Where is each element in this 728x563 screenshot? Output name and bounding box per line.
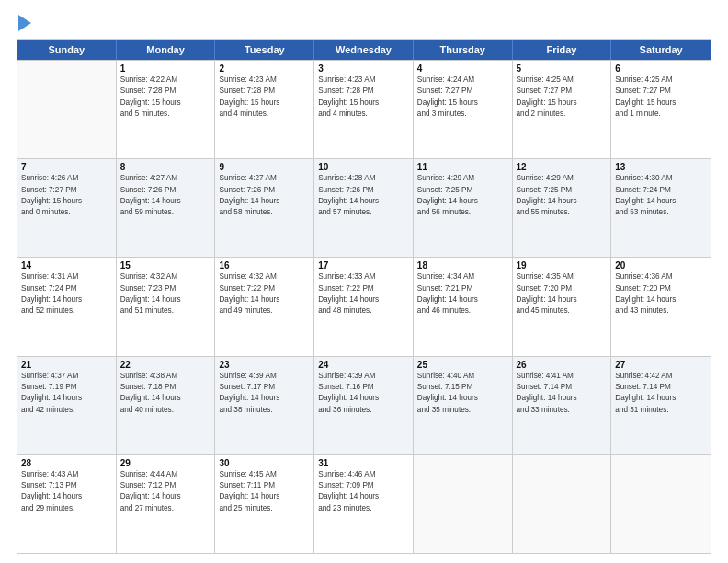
day-number: 28 [21, 458, 112, 468]
cell-info-line: Sunrise: 4:29 AM [517, 173, 608, 184]
cell-info-line: and 4 minutes. [219, 109, 310, 120]
cell-info-line: Sunrise: 4:32 AM [219, 271, 310, 282]
calendar-cell-7: 7Sunrise: 4:26 AMSunset: 7:27 PMDaylight… [17, 159, 117, 257]
calendar-cell-13: 13Sunrise: 4:30 AMSunset: 7:24 PMDayligh… [611, 159, 711, 257]
cell-info-line: and 46 minutes. [417, 305, 508, 316]
cell-info-line: Daylight: 14 hours [120, 393, 211, 404]
day-number: 14 [21, 260, 112, 270]
cell-info-line: Sunset: 7:19 PM [21, 382, 112, 393]
cell-info-line: Sunset: 7:18 PM [120, 382, 211, 393]
calendar-cell-22: 22Sunrise: 4:38 AMSunset: 7:18 PMDayligh… [117, 357, 216, 454]
cell-info-line: and 1 minute. [615, 109, 707, 120]
cell-info-line: Daylight: 14 hours [219, 196, 310, 207]
calendar-cell-1: 1Sunrise: 4:22 AMSunset: 7:28 PMDaylight… [117, 61, 216, 158]
calendar-cell-18: 18Sunrise: 4:34 AMSunset: 7:21 PMDayligh… [414, 258, 513, 355]
calendar-cell-empty-0-0 [17, 61, 117, 158]
cell-info-line: and 49 minutes. [219, 305, 310, 316]
cell-info-line: Sunrise: 4:42 AM [615, 371, 707, 382]
header-day-monday: Monday [117, 40, 216, 60]
day-number: 24 [318, 360, 409, 370]
cell-info-line: and 31 minutes. [615, 405, 707, 416]
cell-info-line: Daylight: 14 hours [615, 294, 707, 305]
calendar-row-1: 7Sunrise: 4:26 AMSunset: 7:27 PMDaylight… [17, 158, 711, 257]
cell-info-line: Daylight: 14 hours [21, 393, 112, 404]
calendar-cell-19: 19Sunrise: 4:35 AMSunset: 7:20 PMDayligh… [513, 258, 612, 355]
cell-info-line: and 38 minutes. [219, 405, 310, 416]
cell-info-line: Sunrise: 4:28 AM [318, 173, 409, 184]
calendar-cell-27: 27Sunrise: 4:42 AMSunset: 7:14 PMDayligh… [611, 357, 711, 454]
calendar-cell-24: 24Sunrise: 4:39 AMSunset: 7:16 PMDayligh… [314, 357, 414, 454]
cell-info-line: Sunset: 7:14 PM [615, 382, 707, 393]
cell-info-line: and 5 minutes. [120, 109, 211, 120]
cell-info-line: Sunset: 7:25 PM [417, 185, 508, 196]
cell-info-line: Daylight: 14 hours [120, 294, 211, 305]
day-number: 12 [517, 162, 608, 172]
calendar-cell-28: 28Sunrise: 4:43 AMSunset: 7:13 PMDayligh… [17, 455, 117, 553]
cell-info-line: Sunrise: 4:27 AM [219, 173, 310, 184]
cell-info-line: Sunrise: 4:27 AM [120, 173, 211, 184]
calendar: SundayMondayTuesdayWednesdayThursdayFrid… [17, 39, 711, 554]
calendar-cell-31: 31Sunrise: 4:46 AMSunset: 7:09 PMDayligh… [314, 455, 414, 553]
calendar-cell-5: 5Sunrise: 4:25 AMSunset: 7:27 PMDaylight… [513, 61, 612, 158]
cell-info-line: Sunrise: 4:39 AM [219, 371, 310, 382]
header-day-sunday: Sunday [17, 40, 117, 60]
cell-info-line: Daylight: 14 hours [318, 393, 409, 404]
day-number: 9 [219, 162, 310, 172]
header [17, 17, 711, 31]
cell-info-line: Daylight: 14 hours [219, 393, 310, 404]
cell-info-line: Daylight: 15 hours [417, 98, 508, 109]
calendar-row-4: 28Sunrise: 4:43 AMSunset: 7:13 PMDayligh… [17, 454, 711, 553]
cell-info-line: Daylight: 14 hours [318, 294, 409, 305]
calendar-row-3: 21Sunrise: 4:37 AMSunset: 7:19 PMDayligh… [17, 356, 711, 454]
cell-info-line: Daylight: 14 hours [417, 294, 508, 305]
day-number: 26 [517, 360, 608, 370]
cell-info-line: Daylight: 14 hours [318, 491, 409, 502]
cell-info-line: Sunset: 7:20 PM [615, 283, 707, 294]
logo [17, 17, 31, 31]
cell-info-line: Sunrise: 4:33 AM [318, 271, 409, 282]
calendar-cell-20: 20Sunrise: 4:36 AMSunset: 7:20 PMDayligh… [611, 258, 711, 355]
cell-info-line: Sunset: 7:24 PM [615, 185, 707, 196]
cell-info-line: Sunrise: 4:39 AM [318, 371, 409, 382]
day-number: 31 [318, 458, 409, 468]
cell-info-line: Sunset: 7:15 PM [417, 382, 508, 393]
cell-info-line: Daylight: 14 hours [21, 294, 112, 305]
cell-info-line: Sunrise: 4:41 AM [517, 371, 608, 382]
cell-info-line: Sunset: 7:17 PM [219, 382, 310, 393]
cell-info-line: and 58 minutes. [219, 207, 310, 218]
cell-info-line: and 53 minutes. [615, 207, 707, 218]
cell-info-line: Sunrise: 4:36 AM [615, 271, 707, 282]
header-day-thursday: Thursday [414, 40, 513, 60]
cell-info-line: Sunrise: 4:26 AM [21, 173, 112, 184]
cell-info-line: Sunset: 7:21 PM [417, 283, 508, 294]
calendar-cell-17: 17Sunrise: 4:33 AMSunset: 7:22 PMDayligh… [314, 258, 414, 355]
cell-info-line: Sunset: 7:11 PM [219, 480, 310, 491]
cell-info-line: Sunrise: 4:40 AM [417, 371, 508, 382]
cell-info-line: and 0 minutes. [21, 207, 112, 218]
day-number: 22 [120, 360, 211, 370]
day-number: 23 [219, 360, 310, 370]
cell-info-line: Daylight: 14 hours [517, 294, 608, 305]
day-number: 15 [120, 260, 211, 270]
day-number: 8 [120, 162, 211, 172]
cell-info-line: and 59 minutes. [120, 207, 211, 218]
cell-info-line: Daylight: 14 hours [517, 393, 608, 404]
day-number: 2 [219, 63, 310, 74]
cell-info-line: Daylight: 15 hours [120, 98, 211, 109]
cell-info-line: and 51 minutes. [120, 305, 211, 316]
cell-info-line: Sunset: 7:28 PM [318, 86, 409, 97]
cell-info-line: and 27 minutes. [120, 503, 211, 514]
cell-info-line: Daylight: 14 hours [517, 196, 608, 207]
cell-info-line: Sunset: 7:27 PM [517, 86, 608, 97]
cell-info-line: and 56 minutes. [417, 207, 508, 218]
header-day-friday: Friday [513, 40, 612, 60]
cell-info-line: and 40 minutes. [120, 405, 211, 416]
cell-info-line: Sunrise: 4:25 AM [615, 75, 707, 86]
cell-info-line: Sunrise: 4:37 AM [21, 371, 112, 382]
cell-info-line: and 2 minutes. [517, 109, 608, 120]
cell-info-line: Sunrise: 4:24 AM [417, 75, 508, 86]
cell-info-line: and 42 minutes. [21, 405, 112, 416]
day-number: 7 [21, 162, 112, 172]
cell-info-line: Sunset: 7:22 PM [318, 283, 409, 294]
cell-info-line: Sunrise: 4:43 AM [21, 469, 112, 480]
